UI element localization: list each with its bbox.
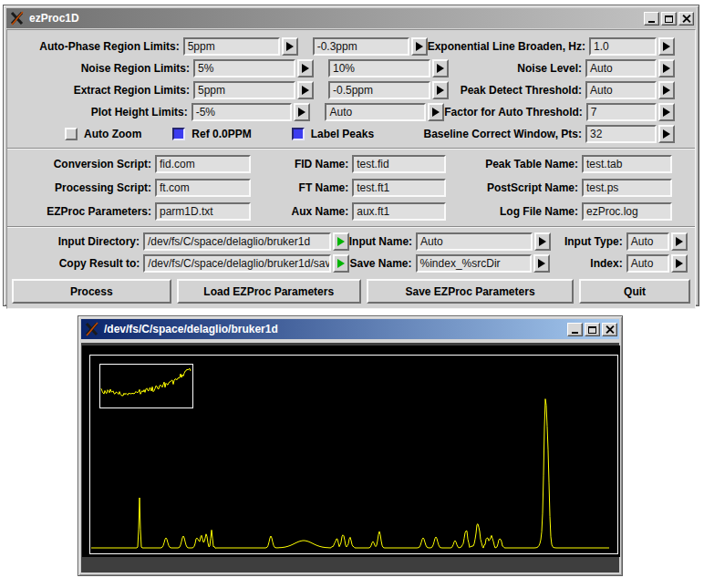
file-row-1: Conversion Script: fid.com FID Name: tes… [7,152,695,176]
param-row-autophase: Auto-Phase Region Limits: 5ppm -0.3ppm E… [7,36,695,57]
noise-level-field[interactable]: Auto [585,59,657,77]
aux-name-field[interactable]: aux.ft1 [352,202,446,221]
noise-region-end-arrow-button[interactable] [432,59,449,77]
processing-script-label: Processing Script: [15,181,151,194]
index-label: Index: [550,257,622,270]
plot-height-end-arrow-button[interactable] [428,103,444,121]
ref-0ppm-checkbox[interactable] [172,128,185,140]
input-name-field[interactable]: Auto [416,232,532,251]
ezproc-parameters-field[interactable]: parm1D.txt [155,202,251,221]
minimize-button[interactable] [644,12,659,26]
right-arrow-icon [302,86,309,95]
peak-table-name-field[interactable]: test.tab [582,155,672,173]
close-button[interactable] [602,323,617,336]
fid-name-field[interactable]: test.fid [352,155,446,173]
auto-zoom-toggle[interactable]: Auto Zoom [65,128,141,140]
noise-level-label: Noise Level: [449,62,582,75]
peak-threshold-field[interactable]: Auto [585,81,657,99]
right-arrow-icon [437,86,444,95]
plot-height-start-arrow-button[interactable] [294,103,310,121]
right-arrow-icon [539,237,546,246]
copy-result-browse-button[interactable] [333,254,349,273]
baseline-window-label: Baseline Correct Window, Pts: [374,128,582,140]
titlebar[interactable]: ezProc1D [6,8,696,28]
inset-region-box [100,365,193,408]
ft-name-label: FT Name: [251,181,348,194]
spectrum-titlebar[interactable]: /dev/fs/C/space/delaglio/bruker1d [81,319,619,339]
right-arrow-icon [663,64,670,73]
noise-region-start-field[interactable]: 5% [193,59,295,77]
ref-0ppm-toggle[interactable]: Ref 0.0PPM [172,128,251,140]
line-broaden-field[interactable]: 1.0 [589,37,657,56]
process-button[interactable]: Process [12,279,171,304]
separator [7,148,695,150]
plot-height-end-field[interactable]: Auto [325,103,426,121]
input-directory-label: Input Directory: [15,235,140,248]
baseline-window-field[interactable]: 32 [585,125,657,143]
save-name-arrow-button[interactable] [533,254,550,273]
window-title: ezProc1D [29,12,642,25]
extract-end-field[interactable]: -0.5ppm [328,81,430,99]
save-name-field[interactable]: %index_%srcDir [416,254,533,273]
maximize-button[interactable] [585,323,600,336]
label-peaks-toggle[interactable]: Label Peaks [292,128,374,140]
auto-threshold-factor-field[interactable]: 7 [586,103,657,121]
baseline-window-arrow-button[interactable] [658,125,675,143]
right-arrow-icon [437,64,444,73]
ft-name-field[interactable]: test.ft1 [352,179,446,197]
right-arrow-icon [538,259,545,268]
save-ezproc-parameters-button[interactable]: Save EZProc Parameters [367,279,574,304]
aux-name-label: Aux Name: [251,205,348,218]
separator [7,226,695,228]
input-name-arrow-button[interactable] [534,232,551,251]
log-file-name-field[interactable]: ezProc.log [582,202,672,221]
peak-threshold-arrow-button[interactable] [658,81,675,99]
form-area: Auto-Phase Region Limits: 5ppm -0.3ppm E… [6,29,696,309]
processing-script-field[interactable]: ft.com [155,179,251,197]
extract-end-arrow-button[interactable] [432,81,449,99]
input-type-arrow-button[interactable] [671,232,688,251]
x11-logo-icon [85,322,99,336]
green-right-arrow-icon [337,259,345,268]
autophase-start-arrow-button[interactable] [282,37,298,56]
close-button[interactable] [678,12,694,26]
minimize-button[interactable] [567,323,583,336]
green-right-arrow-icon [337,237,345,246]
input-type-field[interactable]: Auto [626,232,669,251]
right-arrow-icon [416,42,423,51]
input-directory-field[interactable]: /dev/fs/C/space/delaglio/bruker1d [143,232,331,251]
right-arrow-icon [676,237,683,246]
input-directory-browse-button[interactable] [333,232,349,251]
right-arrow-icon [663,108,670,117]
ezproc1d-window: ezProc1D Auto-Phase Region Limits: 5ppm … [3,5,699,306]
noise-level-arrow-button[interactable] [658,59,675,77]
index-arrow-button[interactable] [671,254,688,273]
conversion-script-field[interactable]: fid.com [155,155,251,173]
autophase-end-field[interactable]: -0.3ppm [313,37,409,56]
index-field[interactable]: Auto [626,254,669,273]
noise-region-start-arrow-button[interactable] [297,59,314,77]
minimize-icon [572,332,578,334]
label-peaks-checkbox[interactable] [292,128,305,140]
copy-result-label: Copy Result to: [15,257,140,270]
auto-threshold-factor-arrow-button[interactable] [658,103,675,121]
autophase-start-field[interactable]: 5ppm [183,37,280,56]
quit-button[interactable]: Quit [579,279,690,304]
noise-region-end-field[interactable]: 10% [328,59,430,77]
extract-start-field[interactable]: 5ppm [193,81,295,99]
postscript-name-field[interactable]: test.ps [582,179,672,197]
copy-result-field[interactable]: /dev/fs/C/space/delaglio/bruker1d/save [143,254,331,273]
input-type-label: Input Type: [551,235,623,248]
peak-table-name-label: Peak Table Name: [446,158,578,170]
line-broaden-arrow-button[interactable] [658,37,675,56]
extract-start-arrow-button[interactable] [297,81,314,99]
ezproc-parameters-label: EZProc Parameters: [15,205,151,218]
spectrum-canvas[interactable] [82,346,620,557]
autophase-end-arrow-button[interactable] [411,37,428,56]
plot-height-start-field[interactable]: -5% [192,103,293,121]
noise-region-label: Noise Region Limits: [15,62,190,75]
load-ezproc-parameters-button[interactable]: Load EZProc Parameters [177,279,361,304]
maximize-button[interactable] [661,12,677,26]
param-row-plot-height: Plot Height Limits: -5% Auto Factor for … [7,101,695,123]
auto-zoom-checkbox[interactable] [65,128,78,140]
